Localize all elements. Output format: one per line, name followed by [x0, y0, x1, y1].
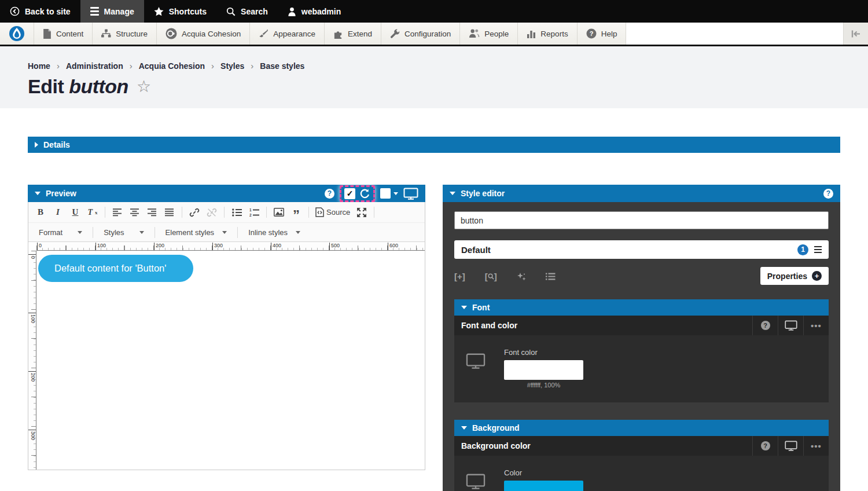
font-color-value: #ffffff, 100%	[504, 382, 583, 389]
image-button[interactable]	[271, 205, 286, 220]
effects-button[interactable]	[517, 272, 526, 281]
styles-dropdown[interactable]: Styles	[98, 228, 149, 237]
tab-reports[interactable]: Reports	[518, 23, 577, 45]
live-preview-highlight-group: ✓	[340, 185, 375, 202]
tab-label: Help	[601, 30, 617, 38]
people-icon	[469, 29, 480, 38]
find-selector-button[interactable]: []	[485, 272, 497, 281]
admin-toolbar: Back to site Manage Shortcuts Search web…	[0, 0, 868, 23]
background-color-label: Color	[504, 468, 583, 477]
search-icon	[226, 7, 236, 16]
properties-button[interactable]: Properties +	[760, 267, 829, 285]
live-preview-checkbox[interactable]: ✓	[344, 188, 355, 199]
tab-label: Appearance	[273, 30, 315, 38]
preview-background-swatch-dropdown[interactable]	[380, 188, 398, 199]
style-editor-panel: Style editor ? Default 1 [+] [] Properti…	[443, 185, 840, 491]
drupal-home-tab[interactable]	[0, 23, 34, 45]
search-tab[interactable]: Search	[216, 0, 278, 23]
tab-help[interactable]: ? Help	[578, 23, 627, 45]
back-to-site-link[interactable]: Back to site	[0, 0, 80, 23]
tab-extend[interactable]: Extend	[325, 23, 381, 45]
tab-configuration[interactable]: Configuration	[381, 23, 460, 45]
element-styles-dropdown[interactable]: Element styles	[160, 228, 233, 237]
background-color-row: Background color ? •••	[454, 436, 829, 456]
preview-button-element[interactable]: Default content for 'Button'	[38, 255, 193, 282]
style-name-input[interactable]	[454, 211, 829, 229]
unlink-button[interactable]	[204, 205, 219, 220]
row-breakpoint-cell[interactable]	[778, 436, 803, 456]
row-more-cell[interactable]: •••	[803, 436, 829, 456]
align-left-button[interactable]	[110, 205, 125, 220]
breadcrumb-item[interactable]: Acquia Cohesion	[139, 61, 205, 71]
row-help-cell[interactable]: ?	[752, 316, 778, 335]
chevron-right-icon	[35, 142, 38, 148]
breadcrumb-item[interactable]: Home	[28, 61, 50, 71]
breadcrumb-item[interactable]: Styles	[220, 61, 244, 71]
variant-selector[interactable]: Default 1	[454, 240, 829, 259]
bold-button[interactable]: B	[33, 205, 48, 220]
preview-help-icon[interactable]: ?	[325, 189, 334, 199]
bulleted-list-button[interactable]	[229, 205, 244, 220]
shortcuts-label: Shortcuts	[169, 7, 207, 16]
color-swatch	[380, 188, 391, 199]
shortcuts-tab[interactable]: Shortcuts	[144, 0, 216, 23]
row-title: Font and color	[454, 321, 752, 330]
add-selector-button[interactable]: [+]	[454, 272, 465, 281]
list-view-button[interactable]	[546, 273, 556, 280]
tab-content[interactable]: Content	[34, 23, 93, 45]
inline-styles-dropdown[interactable]: Inline styles	[242, 228, 306, 237]
breadcrumb: Home › Administration › Acquia Cohesion …	[28, 61, 840, 71]
breadcrumb-separator: ›	[57, 61, 60, 71]
details-accordion[interactable]: Details	[28, 137, 840, 153]
acquia-cohesion-icon	[165, 28, 177, 39]
italic-button[interactable]: I	[50, 205, 65, 220]
justify-button[interactable]	[162, 205, 177, 220]
tab-label: Acquia Cohesion	[182, 30, 241, 38]
device-monitor-icon	[785, 320, 797, 331]
numbered-list-button[interactable]: 12	[247, 205, 262, 220]
manage-tab[interactable]: Manage	[80, 0, 144, 23]
user-menu[interactable]: webadmin	[278, 0, 351, 23]
source-button[interactable]: Source	[314, 205, 352, 220]
align-center-button[interactable]	[127, 205, 142, 220]
chevron-down-icon	[393, 192, 398, 195]
device-monitor-icon	[785, 441, 797, 451]
favorite-star-icon[interactable]: ☆	[137, 79, 151, 95]
style-editor-title: Style editor	[461, 189, 505, 198]
row-help-cell[interactable]: ?	[752, 436, 778, 456]
row-more-cell[interactable]: •••	[803, 316, 829, 335]
breadcrumb-separator: ›	[130, 61, 133, 71]
background-section-header[interactable]: Background	[454, 420, 829, 436]
breadcrumb-separator: ›	[211, 61, 214, 71]
blockquote-button[interactable]: ”	[289, 205, 304, 220]
font-section-header[interactable]: Font	[454, 299, 829, 316]
document-icon	[43, 29, 52, 39]
preview-canvas[interactable]: Default content for 'Button'	[37, 251, 425, 470]
row-title: Background color	[454, 441, 752, 450]
maximize-button[interactable]	[354, 205, 369, 220]
variant-menu-icon[interactable]	[814, 246, 822, 254]
preview-panel-header[interactable]: Preview ? ✓	[28, 185, 425, 202]
list-icon	[546, 273, 556, 280]
style-tools-row: [+] [] Properties +	[454, 267, 829, 285]
format-dropdown[interactable]: Format	[33, 228, 88, 237]
style-editor-header[interactable]: Style editor ?	[443, 185, 840, 202]
style-editor-help-icon[interactable]: ?	[823, 189, 833, 199]
tab-people[interactable]: People	[460, 23, 518, 45]
tray-orientation-toggle[interactable]	[844, 23, 868, 45]
underline-button[interactable]: U	[68, 205, 83, 220]
font-color-swatch[interactable]	[504, 360, 583, 380]
tab-appearance[interactable]: Appearance	[250, 23, 325, 45]
remove-format-button[interactable]: Tx	[85, 205, 100, 220]
tab-acquia-cohesion[interactable]: Acquia Cohesion	[157, 23, 250, 45]
breadcrumb-item[interactable]: Base styles	[260, 61, 304, 71]
device-monitor-icon[interactable]	[403, 188, 418, 200]
breadcrumb-item[interactable]: Administration	[66, 61, 123, 71]
preview-canvas-wrap: 0 100 200 300 400 500 600 0 100 200 300 …	[28, 242, 425, 470]
refresh-icon[interactable]	[359, 188, 370, 199]
background-color-swatch[interactable]	[504, 481, 583, 491]
tab-structure[interactable]: Structure	[93, 23, 157, 45]
row-breakpoint-cell[interactable]	[778, 316, 803, 335]
link-button[interactable]	[187, 205, 202, 220]
align-right-button[interactable]	[145, 205, 160, 220]
